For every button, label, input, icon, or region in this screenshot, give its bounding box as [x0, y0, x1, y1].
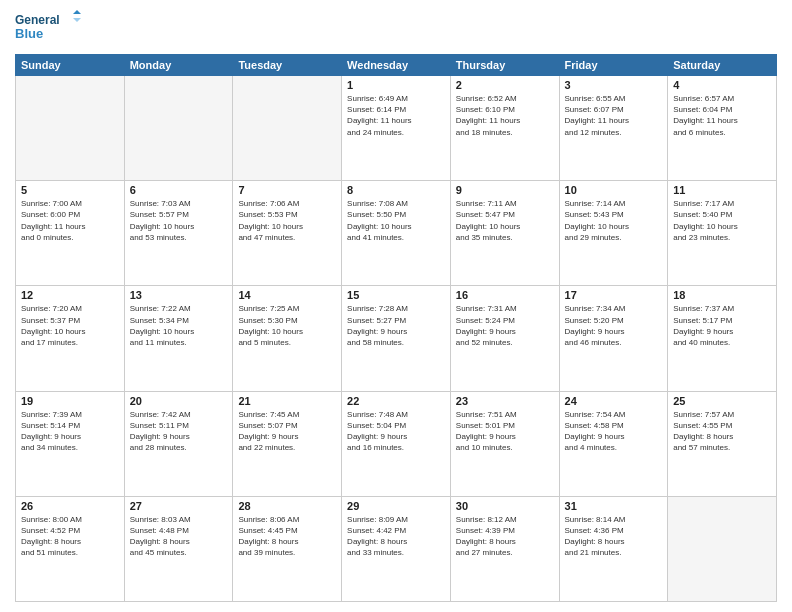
weekday-header: Sunday: [16, 55, 125, 76]
day-number: 22: [347, 395, 445, 407]
day-number: 16: [456, 289, 554, 301]
logo: General Blue: [15, 10, 85, 46]
day-number: 28: [238, 500, 336, 512]
svg-text:General: General: [15, 13, 60, 27]
day-number: 30: [456, 500, 554, 512]
day-info: Sunrise: 6:55 AM Sunset: 6:07 PM Dayligh…: [565, 93, 663, 138]
day-number: 4: [673, 79, 771, 91]
day-number: 13: [130, 289, 228, 301]
logo-svg: General Blue: [15, 10, 85, 46]
day-number: 25: [673, 395, 771, 407]
calendar-cell: 22Sunrise: 7:48 AM Sunset: 5:04 PM Dayli…: [342, 391, 451, 496]
calendar-cell: 17Sunrise: 7:34 AM Sunset: 5:20 PM Dayli…: [559, 286, 668, 391]
calendar-cell: 18Sunrise: 7:37 AM Sunset: 5:17 PM Dayli…: [668, 286, 777, 391]
calendar-week-row: 5Sunrise: 7:00 AM Sunset: 6:00 PM Daylig…: [16, 181, 777, 286]
day-number: 11: [673, 184, 771, 196]
day-number: 1: [347, 79, 445, 91]
calendar-week-row: 12Sunrise: 7:20 AM Sunset: 5:37 PM Dayli…: [16, 286, 777, 391]
day-info: Sunrise: 7:57 AM Sunset: 4:55 PM Dayligh…: [673, 409, 771, 454]
calendar-cell: 29Sunrise: 8:09 AM Sunset: 4:42 PM Dayli…: [342, 496, 451, 601]
day-number: 2: [456, 79, 554, 91]
svg-marker-2: [73, 10, 81, 14]
svg-marker-3: [73, 18, 81, 22]
calendar-cell: 20Sunrise: 7:42 AM Sunset: 5:11 PM Dayli…: [124, 391, 233, 496]
calendar-week-row: 1Sunrise: 6:49 AM Sunset: 6:14 PM Daylig…: [16, 76, 777, 181]
calendar-cell: 23Sunrise: 7:51 AM Sunset: 5:01 PM Dayli…: [450, 391, 559, 496]
calendar-cell: 6Sunrise: 7:03 AM Sunset: 5:57 PM Daylig…: [124, 181, 233, 286]
day-info: Sunrise: 7:14 AM Sunset: 5:43 PM Dayligh…: [565, 198, 663, 243]
day-info: Sunrise: 7:42 AM Sunset: 5:11 PM Dayligh…: [130, 409, 228, 454]
day-info: Sunrise: 7:22 AM Sunset: 5:34 PM Dayligh…: [130, 303, 228, 348]
day-number: 20: [130, 395, 228, 407]
day-info: Sunrise: 8:09 AM Sunset: 4:42 PM Dayligh…: [347, 514, 445, 559]
calendar-cell: 19Sunrise: 7:39 AM Sunset: 5:14 PM Dayli…: [16, 391, 125, 496]
day-info: Sunrise: 6:49 AM Sunset: 6:14 PM Dayligh…: [347, 93, 445, 138]
calendar-cell: 12Sunrise: 7:20 AM Sunset: 5:37 PM Dayli…: [16, 286, 125, 391]
calendar-cell: 5Sunrise: 7:00 AM Sunset: 6:00 PM Daylig…: [16, 181, 125, 286]
day-info: Sunrise: 7:03 AM Sunset: 5:57 PM Dayligh…: [130, 198, 228, 243]
calendar-cell: 11Sunrise: 7:17 AM Sunset: 5:40 PM Dayli…: [668, 181, 777, 286]
day-number: 27: [130, 500, 228, 512]
weekday-header: Tuesday: [233, 55, 342, 76]
calendar-cell: 28Sunrise: 8:06 AM Sunset: 4:45 PM Dayli…: [233, 496, 342, 601]
calendar-cell: 10Sunrise: 7:14 AM Sunset: 5:43 PM Dayli…: [559, 181, 668, 286]
calendar-cell: 1Sunrise: 6:49 AM Sunset: 6:14 PM Daylig…: [342, 76, 451, 181]
day-number: 23: [456, 395, 554, 407]
day-number: 10: [565, 184, 663, 196]
day-number: 12: [21, 289, 119, 301]
day-info: Sunrise: 7:17 AM Sunset: 5:40 PM Dayligh…: [673, 198, 771, 243]
weekday-header: Saturday: [668, 55, 777, 76]
day-number: 26: [21, 500, 119, 512]
day-info: Sunrise: 7:08 AM Sunset: 5:50 PM Dayligh…: [347, 198, 445, 243]
day-info: Sunrise: 7:28 AM Sunset: 5:27 PM Dayligh…: [347, 303, 445, 348]
day-info: Sunrise: 7:34 AM Sunset: 5:20 PM Dayligh…: [565, 303, 663, 348]
day-number: 5: [21, 184, 119, 196]
day-info: Sunrise: 8:12 AM Sunset: 4:39 PM Dayligh…: [456, 514, 554, 559]
page-header: General Blue: [15, 10, 777, 46]
day-number: 3: [565, 79, 663, 91]
weekday-header: Thursday: [450, 55, 559, 76]
day-info: Sunrise: 7:25 AM Sunset: 5:30 PM Dayligh…: [238, 303, 336, 348]
calendar-cell: 2Sunrise: 6:52 AM Sunset: 6:10 PM Daylig…: [450, 76, 559, 181]
day-info: Sunrise: 7:48 AM Sunset: 5:04 PM Dayligh…: [347, 409, 445, 454]
calendar-cell: 24Sunrise: 7:54 AM Sunset: 4:58 PM Dayli…: [559, 391, 668, 496]
day-number: 24: [565, 395, 663, 407]
day-number: 21: [238, 395, 336, 407]
calendar-cell: 25Sunrise: 7:57 AM Sunset: 4:55 PM Dayli…: [668, 391, 777, 496]
calendar-cell: 8Sunrise: 7:08 AM Sunset: 5:50 PM Daylig…: [342, 181, 451, 286]
calendar-cell: 4Sunrise: 6:57 AM Sunset: 6:04 PM Daylig…: [668, 76, 777, 181]
day-number: 8: [347, 184, 445, 196]
calendar-week-row: 26Sunrise: 8:00 AM Sunset: 4:52 PM Dayli…: [16, 496, 777, 601]
calendar-cell: [668, 496, 777, 601]
day-info: Sunrise: 7:37 AM Sunset: 5:17 PM Dayligh…: [673, 303, 771, 348]
day-number: 18: [673, 289, 771, 301]
calendar-cell: 16Sunrise: 7:31 AM Sunset: 5:24 PM Dayli…: [450, 286, 559, 391]
weekday-header-row: SundayMondayTuesdayWednesdayThursdayFrid…: [16, 55, 777, 76]
day-info: Sunrise: 7:39 AM Sunset: 5:14 PM Dayligh…: [21, 409, 119, 454]
day-info: Sunrise: 7:20 AM Sunset: 5:37 PM Dayligh…: [21, 303, 119, 348]
calendar-week-row: 19Sunrise: 7:39 AM Sunset: 5:14 PM Dayli…: [16, 391, 777, 496]
svg-text:Blue: Blue: [15, 26, 43, 41]
day-info: Sunrise: 7:31 AM Sunset: 5:24 PM Dayligh…: [456, 303, 554, 348]
day-info: Sunrise: 7:06 AM Sunset: 5:53 PM Dayligh…: [238, 198, 336, 243]
day-info: Sunrise: 7:00 AM Sunset: 6:00 PM Dayligh…: [21, 198, 119, 243]
day-info: Sunrise: 6:52 AM Sunset: 6:10 PM Dayligh…: [456, 93, 554, 138]
calendar-cell: 7Sunrise: 7:06 AM Sunset: 5:53 PM Daylig…: [233, 181, 342, 286]
calendar-cell: 15Sunrise: 7:28 AM Sunset: 5:27 PM Dayli…: [342, 286, 451, 391]
day-number: 7: [238, 184, 336, 196]
day-number: 15: [347, 289, 445, 301]
day-info: Sunrise: 8:06 AM Sunset: 4:45 PM Dayligh…: [238, 514, 336, 559]
calendar-cell: 14Sunrise: 7:25 AM Sunset: 5:30 PM Dayli…: [233, 286, 342, 391]
day-info: Sunrise: 8:03 AM Sunset: 4:48 PM Dayligh…: [130, 514, 228, 559]
calendar-cell: 26Sunrise: 8:00 AM Sunset: 4:52 PM Dayli…: [16, 496, 125, 601]
day-number: 29: [347, 500, 445, 512]
day-info: Sunrise: 7:11 AM Sunset: 5:47 PM Dayligh…: [456, 198, 554, 243]
calendar-cell: [233, 76, 342, 181]
day-number: 17: [565, 289, 663, 301]
weekday-header: Friday: [559, 55, 668, 76]
calendar-cell: 30Sunrise: 8:12 AM Sunset: 4:39 PM Dayli…: [450, 496, 559, 601]
calendar-cell: [16, 76, 125, 181]
calendar-cell: 27Sunrise: 8:03 AM Sunset: 4:48 PM Dayli…: [124, 496, 233, 601]
day-info: Sunrise: 8:00 AM Sunset: 4:52 PM Dayligh…: [21, 514, 119, 559]
calendar-cell: 21Sunrise: 7:45 AM Sunset: 5:07 PM Dayli…: [233, 391, 342, 496]
